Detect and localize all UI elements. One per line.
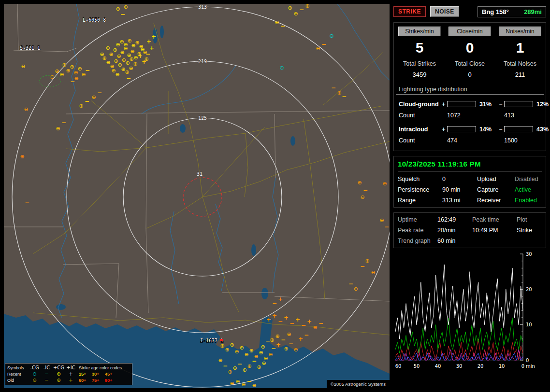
noise-indicator-button[interactable]: NOISE bbox=[430, 6, 459, 17]
svg-text:20: 20 bbox=[478, 364, 484, 369]
svg-text:−: − bbox=[97, 89, 102, 96]
svg-text:⊙: ⊙ bbox=[279, 65, 284, 71]
svg-text:+: + bbox=[266, 316, 271, 323]
squelch-value: 0 bbox=[442, 176, 477, 182]
svg-text:⊕: ⊕ bbox=[105, 45, 110, 51]
statistics-panel: Strikes/min 5 Total Strikes 3459 Close/m… bbox=[393, 22, 546, 151]
svg-text:+: + bbox=[295, 316, 300, 323]
ring-label-31: 31 bbox=[197, 171, 203, 177]
svg-text:⊕: ⊕ bbox=[100, 51, 104, 57]
svg-text:+: + bbox=[278, 296, 283, 303]
svg-text:−: − bbox=[363, 187, 368, 194]
receiver-label: Receiver bbox=[477, 197, 515, 204]
svg-text:⊕: ⊕ bbox=[20, 154, 24, 160]
strikes-per-min-button[interactable]: Strikes/min bbox=[398, 27, 441, 36]
trend-graph-label: Trend graph bbox=[398, 238, 437, 244]
nic-old-icon: − bbox=[41, 378, 53, 383]
legend-recent-label: Recent bbox=[7, 372, 29, 377]
cg-plus-bar bbox=[447, 101, 476, 107]
plus-sign: + bbox=[440, 101, 447, 108]
noises-per-min-button[interactable]: Noises/min bbox=[499, 27, 541, 36]
age-15: 15+ bbox=[79, 372, 92, 377]
ic-plus-pct: 14% bbox=[476, 126, 497, 133]
svg-text:−: − bbox=[318, 320, 323, 327]
minus-sign: − bbox=[497, 101, 504, 108]
svg-text:⊕: ⊕ bbox=[130, 48, 134, 55]
svg-text:30: 30 bbox=[456, 364, 463, 369]
svg-text:−: − bbox=[223, 363, 228, 369]
svg-text:⊕: ⊕ bbox=[305, 4, 309, 9]
svg-text:⊕: ⊕ bbox=[242, 367, 246, 373]
svg-text:−: − bbox=[70, 78, 75, 85]
svg-text:−: − bbox=[281, 336, 286, 343]
pcg-old-icon: ⊕ bbox=[53, 378, 65, 383]
status-panel: 10/23/2025 11:19:16 PM Squelch 0 Upload … bbox=[393, 156, 546, 208]
ic-plus-bar bbox=[447, 126, 476, 132]
svg-text:S-321 1: S-321 1 bbox=[20, 45, 40, 51]
ncg-recent-icon: ⊖ bbox=[29, 371, 41, 377]
svg-text:−: − bbox=[342, 93, 347, 100]
svg-text:⊕: ⊕ bbox=[225, 347, 229, 353]
svg-text:−: − bbox=[25, 199, 29, 206]
svg-text:⊕: ⊕ bbox=[247, 363, 251, 369]
ring-label-125: 125 bbox=[198, 115, 207, 121]
svg-text:−: − bbox=[278, 318, 283, 325]
bearing-range: 289mi bbox=[524, 8, 542, 15]
peak-rate-value: 20/min bbox=[437, 227, 472, 234]
total-close-value: 0 bbox=[446, 71, 493, 78]
svg-text:⊕: ⊕ bbox=[353, 286, 358, 292]
svg-text:−: − bbox=[289, 320, 294, 327]
plot-value[interactable]: Strike bbox=[517, 227, 542, 234]
svg-text:⊕: ⊕ bbox=[220, 343, 224, 349]
svg-text:−: − bbox=[145, 51, 150, 57]
svg-text:⊕: ⊕ bbox=[275, 19, 279, 26]
svg-text:⊕: ⊕ bbox=[379, 217, 384, 224]
total-close-label: Total Close bbox=[446, 60, 493, 67]
legend-title: Symbols bbox=[7, 365, 29, 370]
pcg-recent-icon: ⊕ bbox=[53, 371, 65, 377]
svg-text:⊕: ⊕ bbox=[259, 350, 263, 356]
intracloud-count-row: Count 474 1500 bbox=[396, 135, 544, 146]
age-30: 30+ bbox=[92, 372, 105, 377]
svg-text:⊕: ⊕ bbox=[129, 65, 133, 71]
uptime-value: 162:49 bbox=[437, 216, 472, 223]
capture-value: Active bbox=[515, 186, 542, 193]
svg-text:⊖: ⊖ bbox=[360, 194, 364, 200]
pic-recent-icon: + bbox=[65, 371, 77, 377]
svg-text:⊖: ⊖ bbox=[50, 74, 54, 80]
noises-per-min-value: 1 bbox=[496, 40, 544, 56]
map-canvas: 313 219 125 31 ⊕⊕⊕⊕⊕⊕⊕⊕⊕⊕⊕⊕⊕⊕⊕⊕⊕⊕⊕⊕⊕⊕⊕⊕⊕… bbox=[4, 4, 390, 388]
cg-minus-count: 413 bbox=[504, 112, 533, 119]
svg-text:50: 50 bbox=[414, 364, 420, 369]
svg-text:⊕: ⊕ bbox=[115, 71, 119, 78]
svg-text:⊕: ⊕ bbox=[228, 369, 232, 375]
sidebar: STRIKE NOISE Bng 158° 289mi Strikes/min … bbox=[393, 4, 546, 388]
plus-sign: + bbox=[440, 126, 447, 133]
svg-text:−: − bbox=[247, 378, 252, 385]
legend-old-row: Old ⊖ − ⊕ + 60+ 75+ 90+ bbox=[7, 377, 130, 383]
persistence-value: 90 min bbox=[442, 186, 477, 193]
squelch-label: Squelch bbox=[398, 176, 442, 182]
svg-text:⊕: ⊕ bbox=[261, 344, 265, 350]
svg-text:⊕: ⊕ bbox=[241, 381, 246, 388]
legend-age-title: Strike age color codes bbox=[79, 365, 130, 370]
range-label: Range bbox=[398, 197, 442, 204]
ic-minus-count: 1500 bbox=[504, 137, 533, 144]
legend-col-pic: +IC bbox=[65, 365, 77, 370]
trend-graph-value[interactable]: 60 min bbox=[437, 238, 472, 244]
svg-text:+: + bbox=[142, 58, 146, 65]
ncg-old-icon: ⊖ bbox=[29, 378, 41, 383]
svg-text:⊕: ⊕ bbox=[55, 68, 59, 74]
ic-minus-pct: 43% bbox=[533, 126, 550, 133]
upload-value: Disabled bbox=[515, 176, 542, 182]
svg-text:⊕: ⊕ bbox=[252, 382, 256, 388]
total-noises-label: Total Noises bbox=[496, 60, 544, 67]
svg-text:⊖: ⊖ bbox=[21, 63, 25, 70]
age-75: 75+ bbox=[92, 378, 105, 383]
trend-graph: 01020306050403020100min bbox=[393, 250, 546, 372]
svg-text:min: min bbox=[526, 364, 535, 369]
strike-indicator-button[interactable]: STRIKE bbox=[393, 6, 426, 17]
lightning-map[interactable]: 313 219 125 31 ⊕⊕⊕⊕⊕⊕⊕⊕⊕⊕⊕⊕⊕⊕⊕⊕⊕⊕⊕⊕⊕⊕⊕⊕⊕… bbox=[4, 4, 390, 388]
svg-text:30: 30 bbox=[526, 252, 532, 257]
close-per-min-button[interactable]: Close/min bbox=[449, 27, 491, 36]
